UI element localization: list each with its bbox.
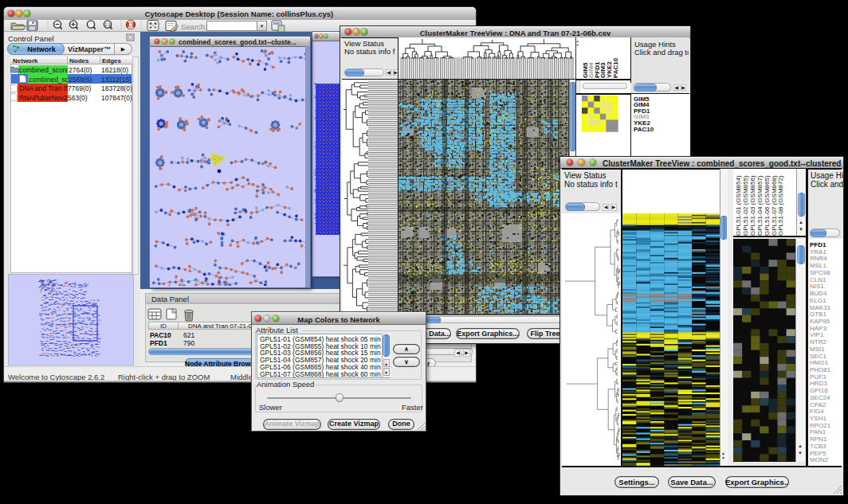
svg-text:GPL51-06 (GSM865): GPL51-06 (GSM865) [764, 175, 771, 236]
svg-text:VIP1: VIP1 [810, 331, 824, 338]
svg-text:MSL1: MSL1 [810, 262, 826, 269]
svg-text:CPA2: CPA2 [810, 401, 826, 408]
svg-text:PUF3: PUF3 [810, 373, 826, 381]
svg-text:GPL51-02 (GSM855): GPL51-02 (GSM855) [742, 175, 749, 236]
svg-text:1:1: 1:1 [104, 22, 111, 27]
svg-text:SPC98: SPC98 [810, 269, 830, 276]
svg-text:BUD4: BUD4 [810, 290, 827, 297]
svg-text:SEC24: SEC24 [810, 394, 830, 401]
svg-text:ELG1: ELG1 [810, 297, 826, 304]
svg-text:YRA1: YRA1 [810, 248, 826, 256]
svg-text:SEC1: SEC1 [810, 353, 826, 360]
svg-text:FIG4: FIG4 [810, 408, 824, 415]
svg-text:PAC10: PAC10 [612, 57, 619, 78]
svg-text:RPN1: RPN1 [810, 436, 827, 443]
svg-text:GPL51-01 (GSM854): GPL51-01 (GSM854) [735, 175, 742, 236]
svg-text:HRD3: HRD3 [810, 380, 827, 387]
svg-text:HMG1: HMG1 [810, 359, 829, 366]
svg-text:GTB1: GTB1 [810, 311, 826, 318]
svg-text:GPL51-03 (GSM856): GPL51-03 (GSM856) [749, 175, 756, 236]
svg-text:CLN1: CLN1 [810, 276, 826, 283]
svg-text:MON2: MON2 [810, 456, 829, 463]
svg-text:NIS1: NIS1 [810, 283, 824, 290]
svg-text:GPI16: GPI16 [810, 387, 828, 394]
svg-text:MSI1: MSI1 [810, 346, 825, 353]
svg-text:PEP5: PEP5 [810, 450, 826, 457]
svg-text:RNR4: RNR4 [810, 255, 827, 262]
svg-text:HAP3: HAP3 [810, 325, 826, 332]
svg-text:MAK31: MAK31 [810, 304, 831, 311]
svg-text:GPL51-08 (GSM872): GPL51-08 (GSM872) [777, 175, 784, 236]
svg-text:KAP95: KAP95 [810, 318, 830, 325]
svg-text:NTR2: NTR2 [810, 338, 826, 346]
svg-text:YSH1: YSH1 [810, 415, 826, 422]
svg-text:PHO81: PHO81 [810, 366, 831, 373]
svg-text:PFD1: PFD1 [810, 241, 826, 248]
svg-text:TCB3: TCB3 [810, 443, 826, 450]
svg-text:RPO21: RPO21 [810, 422, 831, 429]
svg-text:PAN1: PAN1 [810, 428, 826, 436]
svg-text:GPL51-04 (GSM857): GPL51-04 (GSM857) [756, 175, 764, 236]
svg-text:GPL51-07 (GSM868): GPL51-07 (GSM868) [771, 175, 778, 236]
